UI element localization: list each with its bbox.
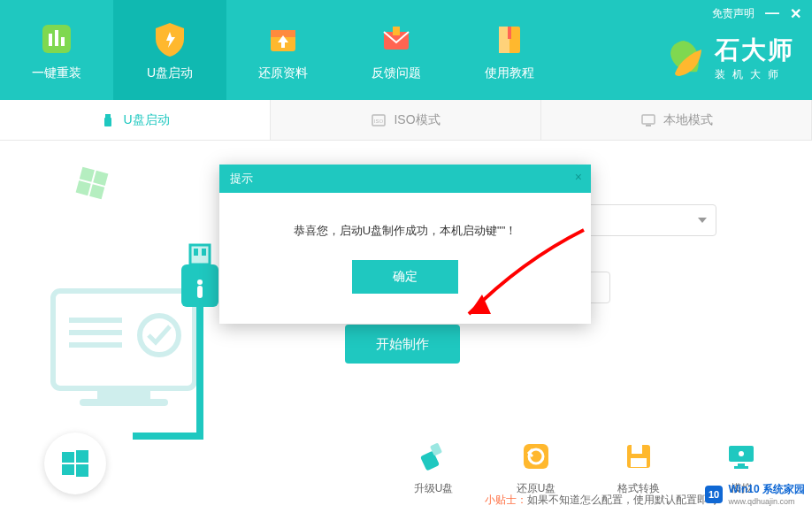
tab-label: 本地模式 — [663, 112, 713, 128]
svg-rect-3 — [61, 37, 65, 46]
svg-rect-31 — [202, 249, 206, 256]
shield-icon — [150, 19, 189, 58]
svg-rect-10 — [508, 27, 511, 39]
minimize-button[interactable]: — — [765, 5, 779, 21]
dialog-body: 恭喜您，启动U盘制作成功，本机启动键""！ 确定 — [219, 193, 591, 324]
tool-label: 还原U盘 — [517, 481, 556, 496]
svg-rect-11 — [105, 114, 111, 118]
svg-rect-39 — [76, 464, 88, 477]
windows-deco-icon — [73, 164, 111, 203]
nav-usb-boot[interactable]: U盘启动 — [113, 0, 226, 100]
tab-iso[interactable]: ISO ISO模式 — [271, 100, 541, 140]
book-icon — [490, 19, 529, 58]
save-icon — [623, 440, 655, 472]
svg-rect-24 — [69, 342, 122, 348]
svg-rect-27 — [80, 399, 168, 406]
dialog-message: 恭喜您，启动U盘制作成功，本机启动键""！ — [237, 223, 573, 239]
svg-rect-12 — [104, 118, 111, 126]
svg-rect-2 — [55, 30, 58, 46]
svg-rect-49 — [738, 463, 745, 466]
svg-text:ISO: ISO — [374, 119, 384, 124]
watermark-url: www.qdhuajin.com — [728, 497, 805, 506]
tool-label: 升级U盘 — [414, 481, 454, 496]
mode-tabs: U盘启动 ISO ISO模式 本地模式 — [0, 100, 812, 141]
nav-label: 使用教程 — [485, 65, 534, 81]
svg-rect-22 — [69, 318, 122, 323]
tool-restore-usb[interactable]: 还原U盘 — [509, 440, 563, 496]
dialog-titlebar: 提示 × — [219, 165, 591, 193]
tab-label: U盘启动 — [123, 112, 169, 128]
svg-rect-42 — [524, 444, 548, 469]
windows-icon — [59, 448, 91, 479]
tab-local[interactable]: 本地模式 — [541, 100, 812, 140]
svg-rect-7 — [393, 27, 400, 35]
nav-reinstall[interactable]: 一键重装 — [0, 0, 113, 100]
svg-rect-32 — [196, 307, 203, 440]
svg-rect-15 — [642, 115, 655, 124]
svg-rect-33 — [133, 433, 203, 440]
svg-text:10: 10 — [709, 489, 719, 500]
nav-tutorial[interactable]: 使用教程 — [453, 0, 566, 100]
tool-format-convert[interactable]: 格式转换 — [612, 440, 665, 496]
svg-rect-18 — [93, 171, 108, 186]
svg-rect-30 — [194, 249, 198, 256]
monitor-icon — [640, 112, 656, 128]
svg-rect-23 — [69, 330, 122, 335]
svg-rect-45 — [632, 445, 642, 454]
svg-rect-50 — [734, 466, 748, 469]
nav-label: U盘启动 — [147, 65, 193, 81]
svg-rect-36 — [62, 452, 74, 463]
close-button[interactable]: ✕ — [790, 5, 801, 22]
svg-rect-38 — [62, 464, 74, 475]
nav-label: 一键重装 — [32, 65, 81, 81]
svg-rect-16 — [646, 125, 651, 126]
logo-title: 石大师 — [715, 34, 794, 67]
tab-label: ISO模式 — [394, 112, 440, 128]
app-logo: 石大师 装机大师 — [662, 34, 794, 82]
tool-label: 格式转换 — [617, 481, 660, 496]
svg-rect-19 — [76, 180, 91, 195]
usb-icon — [100, 112, 116, 128]
envelope-icon — [377, 19, 416, 58]
display-icon — [725, 440, 757, 472]
start-button[interactable]: 开始制作 — [345, 325, 460, 364]
leaf-icon — [662, 36, 706, 80]
watermark-icon: 10 — [703, 484, 724, 505]
tab-usb[interactable]: U盘启动 — [0, 100, 271, 140]
svg-rect-29 — [190, 245, 210, 264]
success-dialog: 提示 × 恭喜您，启动U盘制作成功，本机启动键""！ 确定 — [219, 165, 591, 324]
disclaimer-link[interactable]: 免责声明 — [712, 6, 755, 21]
upload-box-icon — [264, 19, 303, 58]
nav-label: 还原资料 — [258, 65, 308, 81]
svg-rect-20 — [89, 184, 104, 199]
nav-label: 反馈问题 — [372, 65, 421, 81]
svg-rect-26 — [97, 388, 150, 399]
main-nav: 一键重装 U盘启动 还原资料 反馈问题 使用教程 — [0, 0, 566, 100]
logo-subtitle: 装机大师 — [715, 67, 785, 82]
tool-upgrade-usb[interactable]: 升级U盘 — [407, 440, 460, 496]
chevron-down-icon — [698, 218, 707, 223]
windows-badge — [44, 433, 106, 494]
svg-rect-46 — [631, 458, 647, 467]
nav-feedback[interactable]: 反馈问题 — [340, 0, 453, 100]
app-header: 免责声明 — ✕ 一键重装 U盘启动 还原资料 反馈问题 — [0, 0, 812, 100]
computer-usb-illustration — [44, 211, 230, 441]
svg-point-34 — [197, 279, 203, 285]
svg-rect-21 — [53, 291, 195, 388]
svg-rect-1 — [49, 34, 52, 46]
usb-up-icon — [417, 440, 449, 472]
titlebar: 免责声明 — ✕ — [701, 0, 812, 27]
dialog-title-text: 提示 — [230, 171, 253, 187]
restore-icon — [520, 440, 552, 472]
svg-point-48 — [739, 451, 744, 456]
nav-restore[interactable]: 还原资料 — [226, 0, 340, 100]
svg-rect-35 — [197, 286, 203, 298]
watermark: 10 Win10 系统家园 www.qdhuajin.com — [703, 482, 805, 506]
bars-icon — [37, 19, 76, 58]
svg-rect-37 — [76, 450, 88, 463]
watermark-text: Win10 系统家园 — [728, 482, 805, 497]
svg-rect-17 — [80, 167, 95, 182]
iso-icon: ISO — [371, 112, 387, 128]
dialog-ok-button[interactable]: 确定 — [352, 260, 458, 294]
dialog-close-button[interactable]: × — [575, 170, 582, 184]
